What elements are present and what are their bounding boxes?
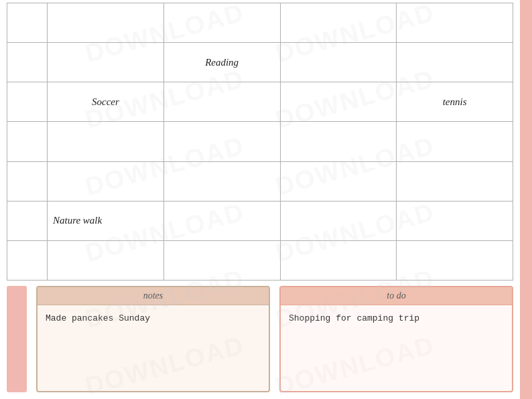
table-row: Reading bbox=[7, 43, 513, 82]
grid-cell bbox=[397, 122, 513, 161]
grid-cell bbox=[7, 82, 48, 122]
table-row bbox=[7, 3, 513, 43]
grid-cell bbox=[163, 161, 280, 201]
grid-cell bbox=[7, 43, 48, 82]
todo-card: to do Shopping for camping trip bbox=[279, 286, 513, 392]
todo-body: Shopping for camping trip bbox=[281, 305, 512, 333]
grid-section: Reading Soccer tennis bbox=[0, 0, 520, 282]
bottom-section: notes Made pancakes Sunday to do Shoppin… bbox=[0, 282, 520, 399]
grid-cell bbox=[7, 240, 48, 280]
grid-cell bbox=[7, 3, 48, 43]
main-container: DOWNLOAD DOWNLOAD DOWNLOAD DOWNLOAD DOWN… bbox=[0, 0, 520, 399]
grid-cell-nature-walk: Nature walk bbox=[48, 201, 164, 240]
grid-cell bbox=[280, 201, 397, 240]
grid-cell bbox=[48, 122, 164, 161]
todo-header: to do bbox=[281, 287, 512, 305]
grid-cell bbox=[280, 122, 397, 161]
table-row bbox=[7, 161, 513, 201]
grid-cell bbox=[7, 122, 48, 161]
bottom-left-accent bbox=[7, 286, 27, 392]
notes-card: notes Made pancakes Sunday bbox=[36, 286, 270, 392]
notes-body: Made pancakes Sunday bbox=[38, 305, 269, 333]
grid-cell bbox=[280, 161, 397, 201]
grid-cell bbox=[48, 240, 164, 280]
grid-cell bbox=[163, 82, 280, 122]
notes-header: notes bbox=[38, 287, 269, 305]
grid-cell bbox=[280, 3, 397, 43]
activity-grid: Reading Soccer tennis bbox=[7, 3, 513, 281]
grid-cell bbox=[397, 240, 513, 280]
grid-cell-tennis: tennis bbox=[397, 82, 513, 122]
grid-cell bbox=[48, 161, 164, 201]
grid-cell bbox=[397, 161, 513, 201]
grid-cell bbox=[163, 3, 280, 43]
table-row bbox=[7, 240, 513, 280]
grid-cell bbox=[163, 201, 280, 240]
grid-cell bbox=[163, 122, 280, 161]
grid-cell-reading: Reading bbox=[163, 43, 280, 82]
grid-cell bbox=[397, 43, 513, 82]
grid-cell bbox=[48, 43, 164, 82]
pink-right-accent bbox=[520, 0, 532, 399]
grid-cell bbox=[7, 201, 48, 240]
grid-cell bbox=[163, 240, 280, 280]
grid-cell bbox=[280, 240, 397, 280]
table-row bbox=[7, 122, 513, 161]
grid-cell bbox=[397, 201, 513, 240]
table-row: Nature walk bbox=[7, 201, 513, 240]
grid-cell bbox=[48, 3, 164, 43]
grid-cell bbox=[397, 3, 513, 43]
table-row: Soccer tennis bbox=[7, 82, 513, 122]
grid-cell bbox=[7, 161, 48, 201]
grid-cell-soccer: Soccer bbox=[48, 82, 164, 122]
grid-cell bbox=[280, 43, 397, 82]
grid-cell bbox=[280, 82, 397, 122]
